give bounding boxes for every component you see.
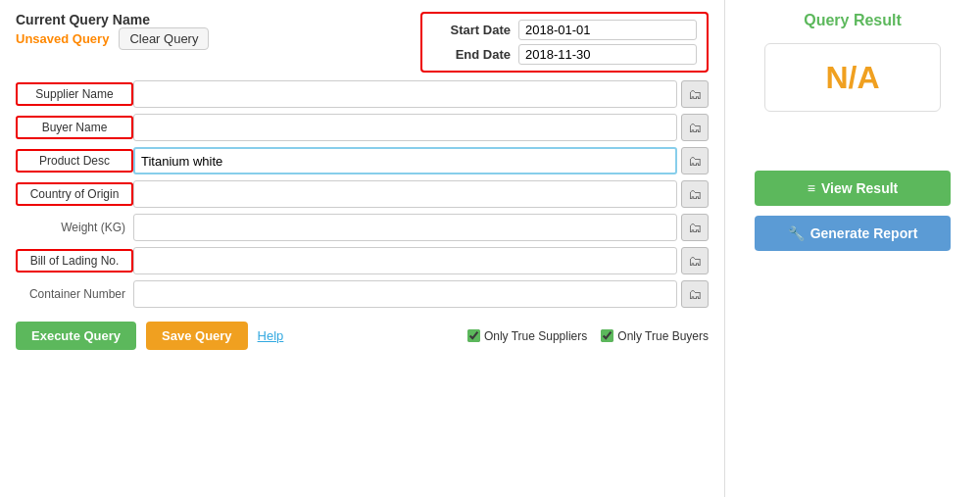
only-true-suppliers-checkbox[interactable]	[467, 329, 480, 342]
help-button[interactable]: Help	[258, 328, 284, 343]
date-box: Start Date End Date	[420, 12, 709, 73]
end-date-input[interactable]	[518, 44, 697, 65]
start-date-row: Start Date	[432, 20, 697, 40]
only-true-suppliers-checkbox-label[interactable]: Only True Suppliers	[467, 329, 587, 343]
right-panel: Query Result N/A ≡ View Result 🔧 Generat…	[725, 0, 980, 497]
supplier-name-label: Supplier Name	[16, 82, 133, 106]
weight-kg-input[interactable]	[133, 214, 677, 241]
end-date-label: End Date	[432, 47, 511, 62]
only-true-buyers-checkbox-label[interactable]: Only True Buyers	[601, 329, 709, 343]
start-date-label: Start Date	[432, 23, 511, 37]
form-row: Buyer Name 🗂	[16, 114, 709, 141]
buyer-name-icon[interactable]: 🗂	[681, 114, 709, 141]
weight-kg-label: Weight (KG)	[16, 221, 133, 234]
container-number-label: Container Number	[16, 287, 133, 301]
left-header: Current Query Name Unsaved Query Clear Q…	[16, 12, 209, 60]
unsaved-label: Unsaved Query	[16, 31, 109, 46]
start-date-input[interactable]	[518, 20, 697, 40]
clear-query-button[interactable]: Clear Query	[119, 27, 209, 50]
bill-of-lading-label: Bill of Lading No.	[16, 249, 133, 273]
country-of-origin-label: Country of Origin	[16, 182, 133, 206]
generate-report-button[interactable]: 🔧 Generate Report	[755, 216, 951, 251]
execute-query-button[interactable]: Execute Query	[16, 322, 136, 350]
generate-report-icon: 🔧	[788, 225, 805, 241]
bill-of-lading-input[interactable]	[133, 247, 677, 274]
product-desc-label: Product Desc	[16, 149, 133, 173]
product-desc-icon[interactable]: 🗂	[681, 147, 709, 174]
form-section: Supplier Name 🗂 Buyer Name 🗂 Product Des…	[16, 80, 709, 314]
current-query-label: Current Query Name	[16, 12, 209, 27]
country-of-origin-input[interactable]	[133, 180, 677, 208]
save-query-button[interactable]: Save Query	[146, 322, 248, 350]
header-row: Current Query Name Unsaved Query Clear Q…	[16, 12, 709, 73]
form-row: Bill of Lading No. 🗂	[16, 247, 709, 274]
form-row: Supplier Name 🗂	[16, 80, 709, 108]
checkbox-group: Only True Suppliers Only True Buyers	[467, 329, 709, 343]
footer-row: Execute Query Save Query Help Only True …	[16, 322, 709, 350]
main-container: Current Query Name Unsaved Query Clear Q…	[0, 0, 980, 497]
form-row: Container Number 🗂	[16, 280, 709, 308]
buyer-name-input[interactable]	[133, 114, 677, 141]
view-result-icon: ≡	[808, 180, 815, 196]
end-date-row: End Date	[432, 44, 697, 65]
only-true-buyers-checkbox[interactable]	[601, 329, 613, 342]
container-number-icon[interactable]: 🗂	[681, 280, 709, 308]
only-true-buyers-label: Only True Buyers	[617, 329, 709, 343]
generate-report-label: Generate Report	[810, 225, 918, 241]
view-result-label: View Result	[821, 180, 898, 196]
query-result-title: Query Result	[741, 12, 964, 29]
left-panel: Current Query Name Unsaved Query Clear Q…	[0, 0, 725, 497]
container-number-input[interactable]	[133, 280, 677, 308]
form-row: Product Desc 🗂	[16, 147, 709, 174]
bill-of-lading-icon[interactable]: 🗂	[681, 247, 709, 274]
supplier-name-icon[interactable]: 🗂	[681, 80, 709, 108]
supplier-name-input[interactable]	[133, 80, 677, 108]
view-result-button[interactable]: ≡ View Result	[755, 171, 951, 206]
country-of-origin-icon[interactable]: 🗂	[681, 180, 709, 208]
only-true-suppliers-label: Only True Suppliers	[484, 329, 587, 343]
unsaved-row: Unsaved Query Clear Query	[16, 27, 209, 50]
product-desc-input[interactable]	[133, 147, 677, 174]
form-row: Weight (KG) 🗂	[16, 214, 709, 241]
na-box: N/A	[764, 43, 941, 112]
na-text: N/A	[825, 60, 879, 96]
form-row: Country of Origin 🗂	[16, 180, 709, 208]
weight-kg-icon[interactable]: 🗂	[681, 214, 709, 241]
buyer-name-label: Buyer Name	[16, 116, 133, 139]
